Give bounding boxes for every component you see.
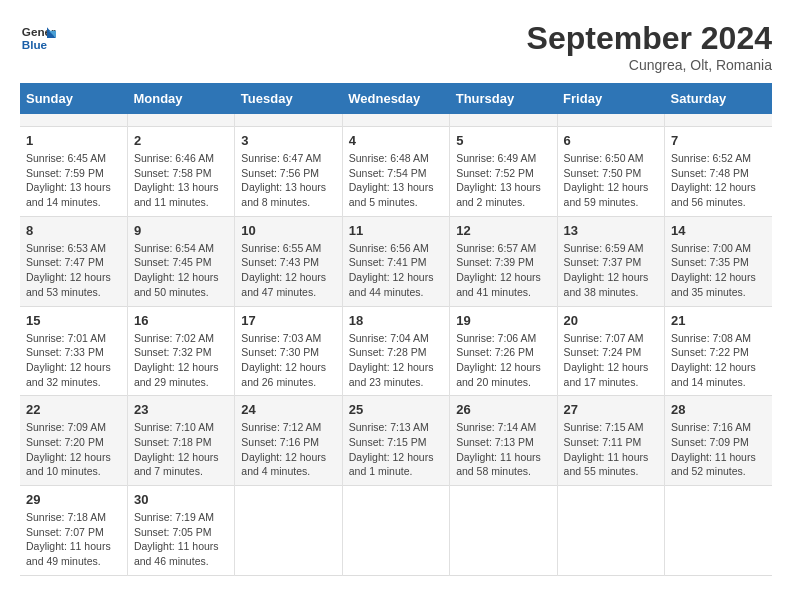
title-section: September 2024 Cungrea, Olt, Romania [527,20,772,73]
calendar-day-6: 6Sunrise: 6:50 AM Sunset: 7:50 PM Daylig… [557,127,664,217]
empty-day-cell [342,114,449,127]
day-info: Sunrise: 6:50 AM Sunset: 7:50 PM Dayligh… [564,151,658,210]
day-number: 7 [671,133,766,148]
day-info: Sunrise: 7:03 AM Sunset: 7:30 PM Dayligh… [241,331,335,390]
day-number: 13 [564,223,658,238]
calendar-day-4: 4Sunrise: 6:48 AM Sunset: 7:54 PM Daylig… [342,127,449,217]
day-info: Sunrise: 6:59 AM Sunset: 7:37 PM Dayligh… [564,241,658,300]
day-number: 18 [349,313,443,328]
page-header: General Blue September 2024 Cungrea, Olt… [20,20,772,73]
day-info: Sunrise: 6:45 AM Sunset: 7:59 PM Dayligh… [26,151,121,210]
day-info: Sunrise: 6:46 AM Sunset: 7:58 PM Dayligh… [134,151,228,210]
location: Cungrea, Olt, Romania [527,57,772,73]
day-info: Sunrise: 7:18 AM Sunset: 7:07 PM Dayligh… [26,510,121,569]
day-number: 16 [134,313,228,328]
calendar-day-3: 3Sunrise: 6:47 AM Sunset: 7:56 PM Daylig… [235,127,342,217]
calendar-day-9: 9Sunrise: 6:54 AM Sunset: 7:45 PM Daylig… [127,216,234,306]
empty-day-cell [450,114,557,127]
calendar-day-8: 8Sunrise: 6:53 AM Sunset: 7:47 PM Daylig… [20,216,127,306]
empty-day-cell [665,114,772,127]
calendar-day-16: 16Sunrise: 7:02 AM Sunset: 7:32 PM Dayli… [127,306,234,396]
day-info: Sunrise: 7:16 AM Sunset: 7:09 PM Dayligh… [671,420,766,479]
empty-day-cell [127,114,234,127]
weekday-header-thursday: Thursday [450,83,557,114]
day-number: 22 [26,402,121,417]
day-info: Sunrise: 7:00 AM Sunset: 7:35 PM Dayligh… [671,241,766,300]
day-info: Sunrise: 7:10 AM Sunset: 7:18 PM Dayligh… [134,420,228,479]
day-number: 8 [26,223,121,238]
weekday-header-wednesday: Wednesday [342,83,449,114]
day-number: 30 [134,492,228,507]
calendar-week-row: 22Sunrise: 7:09 AM Sunset: 7:20 PM Dayli… [20,396,772,486]
day-info: Sunrise: 7:09 AM Sunset: 7:20 PM Dayligh… [26,420,121,479]
calendar-day-1: 1Sunrise: 6:45 AM Sunset: 7:59 PM Daylig… [20,127,127,217]
calendar-week-row [20,114,772,127]
day-info: Sunrise: 7:12 AM Sunset: 7:16 PM Dayligh… [241,420,335,479]
logo: General Blue [20,20,56,56]
empty-day-cell [557,114,664,127]
day-number: 21 [671,313,766,328]
day-number: 12 [456,223,550,238]
calendar-day-24: 24Sunrise: 7:12 AM Sunset: 7:16 PM Dayli… [235,396,342,486]
calendar-day-27: 27Sunrise: 7:15 AM Sunset: 7:11 PM Dayli… [557,396,664,486]
calendar-day-18: 18Sunrise: 7:04 AM Sunset: 7:28 PM Dayli… [342,306,449,396]
calendar-day-20: 20Sunrise: 7:07 AM Sunset: 7:24 PM Dayli… [557,306,664,396]
day-info: Sunrise: 7:19 AM Sunset: 7:05 PM Dayligh… [134,510,228,569]
calendar-week-row: 8Sunrise: 6:53 AM Sunset: 7:47 PM Daylig… [20,216,772,306]
calendar-day-11: 11Sunrise: 6:56 AM Sunset: 7:41 PM Dayli… [342,216,449,306]
day-info: Sunrise: 7:07 AM Sunset: 7:24 PM Dayligh… [564,331,658,390]
day-number: 6 [564,133,658,148]
weekday-header-sunday: Sunday [20,83,127,114]
empty-day-cell [665,486,772,576]
day-number: 20 [564,313,658,328]
weekday-header-row: SundayMondayTuesdayWednesdayThursdayFrid… [20,83,772,114]
empty-day-cell [20,114,127,127]
day-info: Sunrise: 7:01 AM Sunset: 7:33 PM Dayligh… [26,331,121,390]
calendar-day-21: 21Sunrise: 7:08 AM Sunset: 7:22 PM Dayli… [665,306,772,396]
calendar-day-10: 10Sunrise: 6:55 AM Sunset: 7:43 PM Dayli… [235,216,342,306]
empty-day-cell [342,486,449,576]
day-info: Sunrise: 6:52 AM Sunset: 7:48 PM Dayligh… [671,151,766,210]
empty-day-cell [235,114,342,127]
empty-day-cell [450,486,557,576]
day-info: Sunrise: 7:08 AM Sunset: 7:22 PM Dayligh… [671,331,766,390]
calendar-week-row: 29Sunrise: 7:18 AM Sunset: 7:07 PM Dayli… [20,486,772,576]
calendar-week-row: 1Sunrise: 6:45 AM Sunset: 7:59 PM Daylig… [20,127,772,217]
calendar-day-2: 2Sunrise: 6:46 AM Sunset: 7:58 PM Daylig… [127,127,234,217]
weekday-header-saturday: Saturday [665,83,772,114]
day-info: Sunrise: 7:02 AM Sunset: 7:32 PM Dayligh… [134,331,228,390]
day-number: 23 [134,402,228,417]
day-info: Sunrise: 7:13 AM Sunset: 7:15 PM Dayligh… [349,420,443,479]
day-number: 10 [241,223,335,238]
day-info: Sunrise: 6:48 AM Sunset: 7:54 PM Dayligh… [349,151,443,210]
calendar-day-15: 15Sunrise: 7:01 AM Sunset: 7:33 PM Dayli… [20,306,127,396]
day-info: Sunrise: 6:55 AM Sunset: 7:43 PM Dayligh… [241,241,335,300]
weekday-header-tuesday: Tuesday [235,83,342,114]
day-number: 28 [671,402,766,417]
day-number: 19 [456,313,550,328]
calendar-day-22: 22Sunrise: 7:09 AM Sunset: 7:20 PM Dayli… [20,396,127,486]
day-number: 1 [26,133,121,148]
weekday-header-monday: Monday [127,83,234,114]
svg-text:Blue: Blue [22,38,48,51]
day-number: 5 [456,133,550,148]
weekday-header-friday: Friday [557,83,664,114]
calendar-day-13: 13Sunrise: 6:59 AM Sunset: 7:37 PM Dayli… [557,216,664,306]
day-number: 26 [456,402,550,417]
empty-day-cell [235,486,342,576]
month-title: September 2024 [527,20,772,57]
calendar-week-row: 15Sunrise: 7:01 AM Sunset: 7:33 PM Dayli… [20,306,772,396]
calendar-day-17: 17Sunrise: 7:03 AM Sunset: 7:30 PM Dayli… [235,306,342,396]
calendar-day-7: 7Sunrise: 6:52 AM Sunset: 7:48 PM Daylig… [665,127,772,217]
day-number: 17 [241,313,335,328]
day-info: Sunrise: 6:57 AM Sunset: 7:39 PM Dayligh… [456,241,550,300]
calendar-day-12: 12Sunrise: 6:57 AM Sunset: 7:39 PM Dayli… [450,216,557,306]
day-number: 9 [134,223,228,238]
day-number: 2 [134,133,228,148]
calendar-day-29: 29Sunrise: 7:18 AM Sunset: 7:07 PM Dayli… [20,486,127,576]
logo-icon: General Blue [20,20,56,56]
day-info: Sunrise: 7:04 AM Sunset: 7:28 PM Dayligh… [349,331,443,390]
day-info: Sunrise: 6:49 AM Sunset: 7:52 PM Dayligh… [456,151,550,210]
day-number: 25 [349,402,443,417]
empty-day-cell [557,486,664,576]
